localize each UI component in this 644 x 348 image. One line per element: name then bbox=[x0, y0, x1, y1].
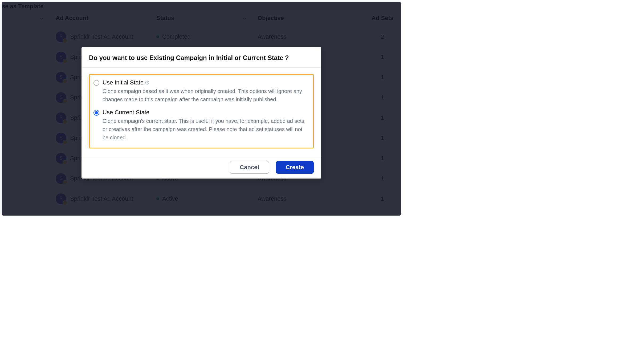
radio-label-current: Use Current State bbox=[103, 109, 149, 116]
create-button[interactable]: Create bbox=[276, 161, 314, 174]
radio-desc-initial: Clone campaign based as it was when orig… bbox=[103, 87, 309, 104]
modal-header: Do you want to use Existing Campaign in … bbox=[81, 47, 321, 68]
radio-option-initial-state[interactable]: Use Initial State Clone campaign based a… bbox=[93, 78, 309, 105]
options-highlight-box: Use Initial State Clone campaign based a… bbox=[89, 74, 314, 148]
radio-icon bbox=[93, 80, 99, 86]
radio-desc-current: Clone campaign's current state. This is … bbox=[103, 117, 309, 142]
radio-option-current-state[interactable]: Use Current State Clone campaign's curre… bbox=[93, 107, 309, 143]
modal-footer: Cancel Create bbox=[81, 156, 321, 179]
cancel-button[interactable]: Cancel bbox=[230, 161, 269, 174]
radio-label-initial: Use Initial State bbox=[103, 79, 144, 86]
modal-title: Do you want to use Existing Campaign in … bbox=[89, 54, 314, 62]
radio-icon-selected bbox=[93, 110, 99, 116]
info-icon[interactable] bbox=[145, 80, 149, 85]
clone-state-modal: Do you want to use Existing Campaign in … bbox=[81, 47, 321, 179]
svg-point-2 bbox=[147, 82, 147, 82]
